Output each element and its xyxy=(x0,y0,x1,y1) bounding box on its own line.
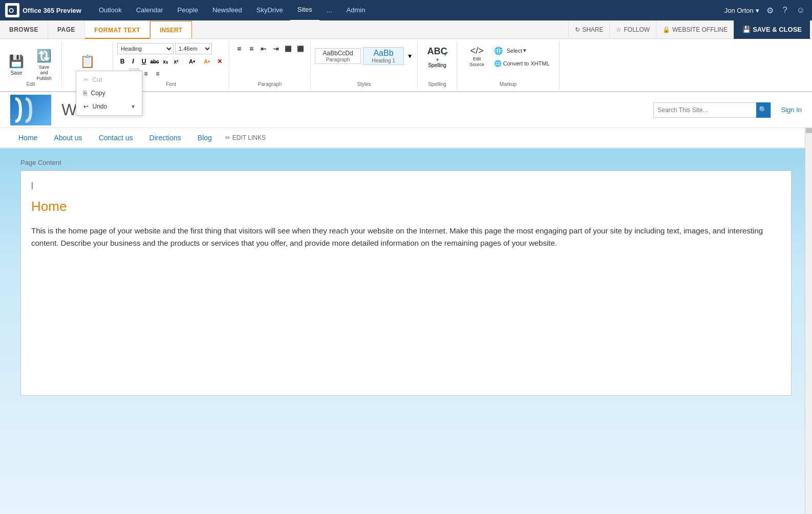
ltr-button[interactable]: ⬛ xyxy=(283,43,294,54)
underline-button[interactable]: U xyxy=(139,56,149,67)
page-content-editor[interactable]: Home This is the home page of your websi… xyxy=(20,170,792,396)
nav-home[interactable]: Home xyxy=(10,127,46,148)
website-offline-button[interactable]: 🔒 WEBSITE OFFLINE xyxy=(656,20,734,39)
convert-xhtml-label: Convert to XHTML xyxy=(503,60,549,67)
font-format-row: B I U abc x₂ x² A ▾ A ▾ ✕ xyxy=(117,56,225,67)
indent-button[interactable]: ⇥ xyxy=(270,43,282,54)
save-button[interactable]: 💾 Save xyxy=(4,52,29,78)
search-input[interactable] xyxy=(654,106,756,114)
markup-group-label: Markup xyxy=(457,79,559,87)
nav-directions[interactable]: Directions xyxy=(141,127,189,148)
paragraph-style-btn[interactable]: AaBbCcDd Paragraph xyxy=(315,48,361,64)
strikethrough-button[interactable]: abc xyxy=(149,56,160,67)
website-nav: Home About us Contact us Directions Blog… xyxy=(0,128,812,148)
font-size-select[interactable]: 1.46em xyxy=(175,43,212,54)
undo-label: Undo xyxy=(93,103,108,110)
nav-sites[interactable]: Sites xyxy=(290,0,319,21)
profile-icon[interactable]: ☺ xyxy=(795,6,807,15)
superscript-button[interactable]: x² xyxy=(171,56,181,67)
clipboard-group-inner: 📋 Paste ✂ Cut ⎘ Copy ↩ xyxy=(75,43,100,87)
page-heading[interactable]: Home xyxy=(31,199,781,215)
edit-source-button[interactable]: </> EditSource xyxy=(464,43,489,70)
follow-button[interactable]: ☆ FOLLOW xyxy=(609,20,656,39)
outdent-button[interactable]: ⇤ xyxy=(258,43,269,54)
ribbon-tabs: BROWSE PAGE FORMAT TEXT INSERT ↻ SHARE ☆… xyxy=(0,20,812,39)
ribbon-group-paragraph: ≡ ≡ ⇤ ⇥ ⬛ ⬛ Paragraph xyxy=(229,41,311,89)
clipboard-dropdown: ✂ Cut ⎘ Copy ↩ Undo ▾ xyxy=(76,71,142,116)
font-color-button[interactable]: A ▾ xyxy=(200,56,214,67)
help-icon[interactable]: ? xyxy=(781,6,789,15)
tab-format-text[interactable]: FORMAT TEXT xyxy=(85,21,150,39)
paste-button[interactable]: 📋 Paste ✂ Cut ⎘ Copy ↩ xyxy=(75,52,100,78)
website-area: Website 🔍 Sign In Home About us Contact … xyxy=(0,92,812,514)
undo-item[interactable]: ↩ Undo ▾ xyxy=(76,100,142,113)
svg-text:O: O xyxy=(9,7,14,14)
share-button[interactable]: ↻ SHARE xyxy=(568,20,609,39)
subscript-button[interactable]: x₂ xyxy=(160,56,170,67)
app-logo-text: Office 365 Preview xyxy=(23,7,81,14)
highlight-color-button[interactable]: A ▾ xyxy=(185,56,199,67)
save-publish-label: Save and Publish xyxy=(35,65,53,81)
save-publish-icon: 🔃 xyxy=(36,49,52,63)
styles-dropdown-button[interactable]: ▾ xyxy=(406,43,413,69)
cut-icon: ✂ xyxy=(83,76,89,83)
nav-outlook[interactable]: Outlook xyxy=(92,0,129,20)
list-btns-row: ≡ ≡ ⇤ ⇥ ⬛ ⬛ xyxy=(233,43,306,54)
spelling-button[interactable]: ABC ✓ ▾ Spelling xyxy=(422,43,453,70)
sign-in-link[interactable]: Sign In xyxy=(781,106,802,114)
heading1-style-text: AaBb xyxy=(368,49,399,58)
undo-dropdown-icon: ▾ xyxy=(132,103,135,110)
heading1-style-btn[interactable]: AaBb Heading 1 xyxy=(363,47,404,65)
font-style-select[interactable]: Heading xyxy=(117,43,174,54)
paragraph-style-label: Paragraph xyxy=(319,57,356,62)
save-icon: 💾 xyxy=(9,54,24,69)
edit-links-label: EDIT LINKS xyxy=(232,134,266,141)
italic-button[interactable]: I xyxy=(128,56,138,67)
nav-more[interactable]: ... xyxy=(319,0,339,20)
copy-item[interactable]: ⎘ Copy xyxy=(76,87,142,100)
unordered-list-button[interactable]: ≡ xyxy=(233,43,245,54)
page-content-wrapper: Page Content Home This is the home page … xyxy=(0,148,812,406)
nav-calendar[interactable]: Calendar xyxy=(129,0,170,20)
website-logo xyxy=(10,95,51,125)
rtl-button[interactable]: ⬛ xyxy=(295,43,306,54)
undo-icon: ↩ xyxy=(83,103,89,110)
nav-people[interactable]: People xyxy=(170,0,205,20)
nav-contact[interactable]: Contact us xyxy=(91,127,141,148)
font-selects-row: Heading 1.46em xyxy=(117,43,225,54)
search-button[interactable]: 🔍 xyxy=(756,102,771,118)
justify-button[interactable]: ≡ xyxy=(153,69,163,79)
scrollbar-track[interactable] xyxy=(805,92,812,514)
convert-xhtml-button[interactable]: 🌐 Convert to XHTML xyxy=(492,58,552,69)
save-publish-button[interactable]: 🔃 Save and Publish xyxy=(31,46,57,83)
align-right-button[interactable]: ≡ xyxy=(141,69,151,79)
clear-format-button[interactable]: ✕ xyxy=(215,56,225,67)
tab-browse[interactable]: BROWSE xyxy=(0,20,48,38)
nav-skydrive[interactable]: SkyDrive xyxy=(249,0,290,20)
nav-blog[interactable]: Blog xyxy=(189,127,220,148)
edit-links-btn[interactable]: ✏ EDIT LINKS xyxy=(225,134,266,141)
nav-admin[interactable]: Admin xyxy=(339,0,373,20)
select-button[interactable]: Select ▾ xyxy=(504,46,529,55)
page-body-text[interactable]: This is the home page of your website an… xyxy=(31,225,781,249)
cursor-line xyxy=(31,181,781,190)
tab-page[interactable]: PAGE xyxy=(48,20,85,38)
nav-about[interactable]: About us xyxy=(46,127,90,148)
ordered-list-button[interactable]: ≡ xyxy=(246,43,257,54)
settings-icon[interactable]: ⚙ xyxy=(764,6,776,15)
bold-button[interactable]: B xyxy=(117,56,127,67)
cut-item[interactable]: ✂ Cut xyxy=(76,73,142,87)
user-menu[interactable]: Jon Orton ▾ xyxy=(724,7,759,14)
top-nav-right: Jon Orton ▾ ⚙ ? ☺ xyxy=(724,6,807,15)
spelling-label: Spelling xyxy=(428,62,446,68)
translate-button[interactable]: 🌐 Select ▾ xyxy=(492,44,552,57)
ribbon-group-markup: </> EditSource 🌐 Select ▾ 🌐 xyxy=(457,41,560,89)
app-logo[interactable]: O Office 365 Preview xyxy=(5,3,81,17)
tab-insert[interactable]: INSERT xyxy=(150,21,192,38)
ribbon-group-spelling: ABC ✓ ▾ Spelling Spelling xyxy=(418,41,457,89)
save-floppy-icon: 💾 xyxy=(742,20,751,39)
share-icon: ↻ xyxy=(575,20,580,39)
website-title: Website xyxy=(61,100,653,119)
save-close-button[interactable]: 💾 SAVE & CLOSE xyxy=(734,20,810,39)
nav-newsfeed[interactable]: Newsfeed xyxy=(205,0,249,20)
